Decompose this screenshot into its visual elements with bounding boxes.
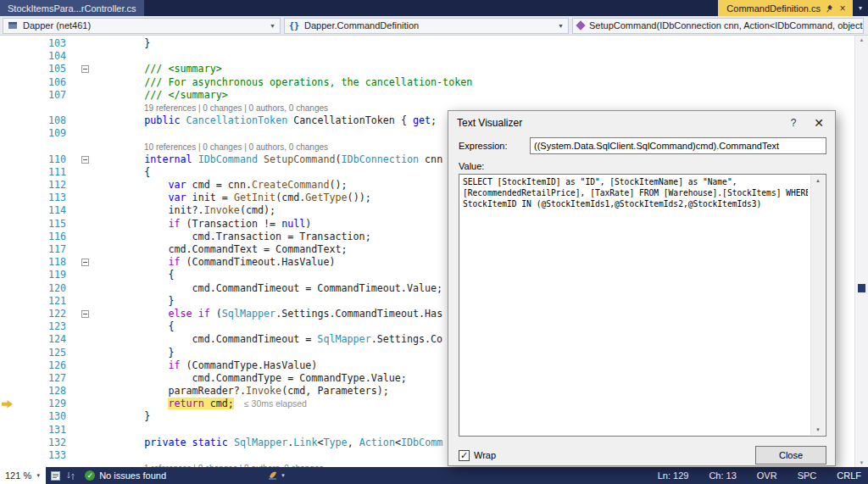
breakpoint-margin[interactable] (0, 231, 15, 243)
breakpoint-margin[interactable] (0, 218, 15, 231)
fold-collapse-icon[interactable] (81, 259, 89, 266)
breakpoint-margin[interactable] (0, 269, 15, 281)
code-line[interactable]: /// <summary> (97, 63, 855, 75)
space-indicator[interactable]: SPC (787, 470, 827, 481)
code-row: 103 } (0, 37, 855, 50)
line-number: 133 (15, 449, 66, 462)
line-number: 126 (15, 359, 66, 372)
breakpoint-margin[interactable] (0, 385, 15, 398)
scrollbar-mark (858, 284, 865, 292)
navigation-bar: Dapper (net461) ▼ {} Dapper.CommandDefin… (0, 16, 868, 36)
status-bar: 121 % ▼ ✓ No issues found ▼ Ln: 129 Ch: … (0, 467, 868, 484)
class-icon: {} (289, 21, 299, 31)
project-dropdown[interactable]: Dapper (net461) ▼ (3, 18, 281, 34)
help-button[interactable]: ? (781, 117, 806, 129)
scroll-down-icon[interactable]: ▼ (855, 460, 868, 465)
code-line[interactable]: /// For asynchronous operations, the can… (97, 76, 855, 89)
tab-commanddefinition[interactable]: CommandDefinition.cs × (718, 0, 853, 16)
scroll-up-icon[interactable]: ▲ (855, 37, 868, 42)
fold-collapse-icon[interactable] (81, 65, 89, 73)
close-icon[interactable]: × (837, 3, 848, 14)
breakpoint-margin[interactable] (0, 114, 15, 127)
type-dropdown[interactable]: {} Dapper.CommandDefinition ▼ (284, 18, 569, 34)
breakpoint-margin[interactable] (0, 372, 15, 385)
code-line[interactable]: } (97, 37, 855, 50)
breakpoint-margin[interactable] (0, 410, 15, 423)
project-label: Dapper (net461) (23, 20, 91, 31)
breakpoint-margin[interactable] (0, 282, 15, 295)
breakpoint-margin[interactable] (0, 204, 15, 217)
breakpoint-margin[interactable] (0, 333, 15, 346)
line-number: 112 (15, 179, 66, 192)
code-line[interactable] (97, 50, 855, 63)
code-row: 104 (0, 50, 855, 63)
breakpoint-margin[interactable] (0, 449, 15, 462)
code-line[interactable]: /// </summary> (97, 89, 855, 102)
scroll-up-icon[interactable]: ▲ (811, 178, 825, 183)
dialog-titlebar[interactable]: Text Visualizer ? ✕ (448, 111, 835, 134)
breakpoint-margin[interactable] (0, 192, 15, 204)
breakpoint-margin[interactable] (0, 398, 15, 410)
breakpoint-margin[interactable] (0, 63, 15, 75)
document-outline-icon[interactable] (50, 470, 61, 481)
breakpoint-margin[interactable] (0, 89, 15, 102)
breakpoint-margin[interactable] (0, 347, 15, 359)
overwrite-indicator[interactable]: OVR (747, 470, 787, 481)
scroll-down-icon[interactable]: ▼ (811, 427, 825, 432)
breakpoint-margin[interactable] (0, 256, 15, 269)
breakpoint-margin[interactable] (0, 76, 15, 89)
breakpoint-margin[interactable] (0, 320, 15, 333)
textarea-scrollbar[interactable]: ▲ ▼ (810, 175, 825, 435)
fold-collapse-icon[interactable] (81, 310, 89, 318)
code-row: 107 /// </summary> (0, 89, 855, 102)
breakpoint-margin[interactable] (0, 166, 15, 179)
breakpoint-margin[interactable] (0, 437, 15, 449)
breakpoint-margin[interactable] (0, 424, 15, 437)
column-indicator[interactable]: Ch: 13 (698, 470, 746, 481)
wrap-checkbox[interactable]: ✓ Wrap (459, 450, 496, 461)
value-textarea[interactable]: SELECT [StockItemID] as "ID", [StockItem… (459, 174, 826, 437)
breakpoint-margin[interactable] (0, 37, 15, 50)
zoom-control[interactable]: 121 % ▼ (0, 467, 46, 484)
project-icon (8, 20, 18, 31)
document-tab-bar: StockItemsPara...rController.cs CommandD… (0, 0, 868, 16)
breakpoint-margin[interactable] (0, 153, 15, 166)
breakpoint-margin[interactable] (0, 243, 15, 256)
close-button[interactable]: Close (755, 446, 826, 465)
breakpoint-margin[interactable] (0, 295, 15, 308)
line-number: 120 (15, 282, 66, 295)
editor-scrollbar[interactable]: ▲ ▼ (854, 36, 868, 467)
line-number: 125 (15, 347, 66, 359)
value-label: Value: (448, 154, 835, 174)
line-ending-indicator[interactable]: CRLF (826, 470, 868, 481)
sync-icon[interactable] (65, 470, 76, 481)
fold-collapse-icon[interactable] (81, 156, 89, 164)
highlight-tool[interactable]: ▼ (268, 470, 286, 481)
breakpoint-margin[interactable] (0, 308, 15, 320)
expression-field[interactable]: ((System.Data.SqlClient.SqlCommand)cmd).… (530, 137, 826, 154)
member-dropdown[interactable]: SetupCommand(IDbConnection cnn, Action<I… (572, 18, 864, 34)
breakpoint-margin[interactable] (0, 359, 15, 372)
dialog-close-icon[interactable]: ✕ (806, 116, 832, 130)
line-number: 115 (15, 218, 66, 231)
line-number: 132 (15, 437, 66, 449)
issues-status[interactable]: ✓ No issues found (85, 470, 166, 481)
chevron-down-icon: ▼ (36, 473, 41, 478)
current-statement-arrow-icon[interactable] (2, 399, 13, 409)
line-number: 103 (15, 37, 66, 50)
brush-icon (268, 470, 278, 481)
code-row: 105 /// <summary> (0, 63, 855, 75)
line-number: 108 (15, 114, 66, 127)
pin-icon[interactable] (825, 4, 833, 13)
breakpoint-margin[interactable] (0, 127, 15, 140)
breakpoint-margin[interactable] (0, 179, 15, 192)
issues-label: No issues found (99, 470, 166, 481)
line-indicator[interactable]: Ln: 129 (648, 470, 699, 481)
document-list-chevron-icon[interactable]: ▾ (853, 0, 868, 16)
text-visualizer-dialog: Text Visualizer ? ✕ Expression: ((System… (448, 110, 836, 466)
breakpoint-margin[interactable] (0, 50, 15, 63)
line-number: 127 (15, 372, 66, 385)
tab-stockitems-controller[interactable]: StockItemsPara...rController.cs (0, 0, 144, 16)
checkbox-box[interactable]: ✓ (459, 450, 470, 461)
line-number: 117 (15, 243, 66, 256)
